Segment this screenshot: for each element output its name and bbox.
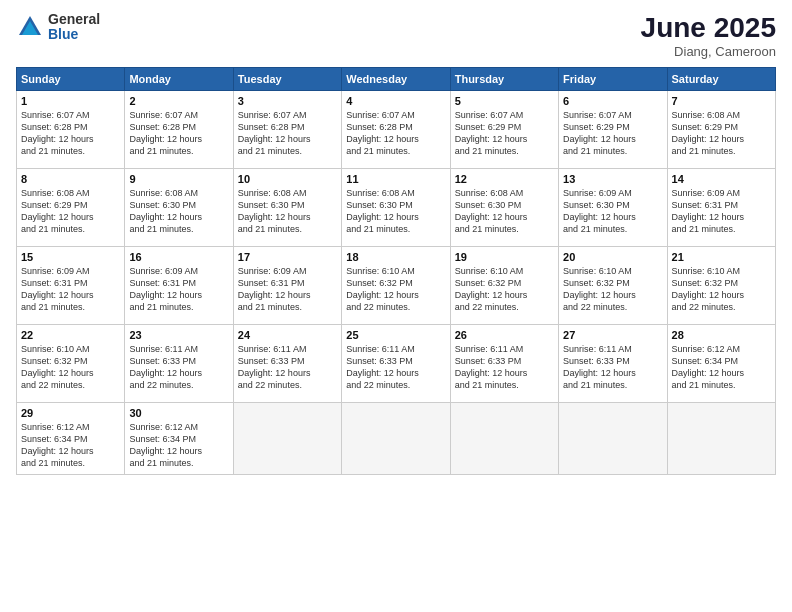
- title-month: June 2025: [641, 12, 776, 44]
- col-header-thursday: Thursday: [450, 68, 558, 91]
- title-block: June 2025 Diang, Cameroon: [641, 12, 776, 59]
- day-cell: 3Sunrise: 6:07 AMSunset: 6:28 PMDaylight…: [233, 91, 341, 169]
- day-cell: 28Sunrise: 6:12 AMSunset: 6:34 PMDayligh…: [667, 325, 775, 403]
- day-cell: 11Sunrise: 6:08 AMSunset: 6:30 PMDayligh…: [342, 169, 450, 247]
- day-info: Sunrise: 6:07 AMSunset: 6:29 PMDaylight:…: [455, 109, 554, 158]
- day-cell: 26Sunrise: 6:11 AMSunset: 6:33 PMDayligh…: [450, 325, 558, 403]
- day-cell: [559, 403, 667, 475]
- day-info: Sunrise: 6:08 AMSunset: 6:29 PMDaylight:…: [672, 109, 771, 158]
- day-info: Sunrise: 6:10 AMSunset: 6:32 PMDaylight:…: [455, 265, 554, 314]
- week-row-5: 29Sunrise: 6:12 AMSunset: 6:34 PMDayligh…: [17, 403, 776, 475]
- day-cell: 6Sunrise: 6:07 AMSunset: 6:29 PMDaylight…: [559, 91, 667, 169]
- column-headers: SundayMondayTuesdayWednesdayThursdayFrid…: [17, 68, 776, 91]
- logo-icon: [16, 13, 44, 41]
- day-cell: 20Sunrise: 6:10 AMSunset: 6:32 PMDayligh…: [559, 247, 667, 325]
- week-row-1: 1Sunrise: 6:07 AMSunset: 6:28 PMDaylight…: [17, 91, 776, 169]
- day-info: Sunrise: 6:08 AMSunset: 6:30 PMDaylight:…: [129, 187, 228, 236]
- day-cell: 18Sunrise: 6:10 AMSunset: 6:32 PMDayligh…: [342, 247, 450, 325]
- day-info: Sunrise: 6:07 AMSunset: 6:28 PMDaylight:…: [238, 109, 337, 158]
- day-number: 13: [563, 173, 662, 185]
- day-number: 22: [21, 329, 120, 341]
- day-number: 6: [563, 95, 662, 107]
- day-number: 10: [238, 173, 337, 185]
- week-row-2: 8Sunrise: 6:08 AMSunset: 6:29 PMDaylight…: [17, 169, 776, 247]
- day-number: 5: [455, 95, 554, 107]
- day-info: Sunrise: 6:10 AMSunset: 6:32 PMDaylight:…: [563, 265, 662, 314]
- day-info: Sunrise: 6:07 AMSunset: 6:28 PMDaylight:…: [129, 109, 228, 158]
- day-cell: 22Sunrise: 6:10 AMSunset: 6:32 PMDayligh…: [17, 325, 125, 403]
- day-number: 18: [346, 251, 445, 263]
- day-cell: 17Sunrise: 6:09 AMSunset: 6:31 PMDayligh…: [233, 247, 341, 325]
- day-info: Sunrise: 6:09 AMSunset: 6:31 PMDaylight:…: [129, 265, 228, 314]
- day-cell: 15Sunrise: 6:09 AMSunset: 6:31 PMDayligh…: [17, 247, 125, 325]
- calendar-table: SundayMondayTuesdayWednesdayThursdayFrid…: [16, 67, 776, 475]
- day-info: Sunrise: 6:11 AMSunset: 6:33 PMDaylight:…: [129, 343, 228, 392]
- day-number: 19: [455, 251, 554, 263]
- col-header-monday: Monday: [125, 68, 233, 91]
- day-number: 15: [21, 251, 120, 263]
- day-info: Sunrise: 6:08 AMSunset: 6:30 PMDaylight:…: [346, 187, 445, 236]
- calendar-page: General Blue June 2025 Diang, Cameroon S…: [0, 0, 792, 612]
- day-number: 4: [346, 95, 445, 107]
- day-cell: 10Sunrise: 6:08 AMSunset: 6:30 PMDayligh…: [233, 169, 341, 247]
- day-info: Sunrise: 6:12 AMSunset: 6:34 PMDaylight:…: [129, 421, 228, 470]
- day-info: Sunrise: 6:10 AMSunset: 6:32 PMDaylight:…: [346, 265, 445, 314]
- day-number: 9: [129, 173, 228, 185]
- day-number: 27: [563, 329, 662, 341]
- day-number: 11: [346, 173, 445, 185]
- col-header-wednesday: Wednesday: [342, 68, 450, 91]
- week-row-4: 22Sunrise: 6:10 AMSunset: 6:32 PMDayligh…: [17, 325, 776, 403]
- day-number: 8: [21, 173, 120, 185]
- day-info: Sunrise: 6:11 AMSunset: 6:33 PMDaylight:…: [455, 343, 554, 392]
- day-cell: 27Sunrise: 6:11 AMSunset: 6:33 PMDayligh…: [559, 325, 667, 403]
- day-info: Sunrise: 6:11 AMSunset: 6:33 PMDaylight:…: [238, 343, 337, 392]
- day-number: 7: [672, 95, 771, 107]
- day-info: Sunrise: 6:11 AMSunset: 6:33 PMDaylight:…: [346, 343, 445, 392]
- day-cell: 25Sunrise: 6:11 AMSunset: 6:33 PMDayligh…: [342, 325, 450, 403]
- day-cell: 1Sunrise: 6:07 AMSunset: 6:28 PMDaylight…: [17, 91, 125, 169]
- day-number: 12: [455, 173, 554, 185]
- day-cell: [233, 403, 341, 475]
- day-info: Sunrise: 6:09 AMSunset: 6:30 PMDaylight:…: [563, 187, 662, 236]
- day-cell: 21Sunrise: 6:10 AMSunset: 6:32 PMDayligh…: [667, 247, 775, 325]
- col-header-sunday: Sunday: [17, 68, 125, 91]
- day-info: Sunrise: 6:07 AMSunset: 6:29 PMDaylight:…: [563, 109, 662, 158]
- day-info: Sunrise: 6:11 AMSunset: 6:33 PMDaylight:…: [563, 343, 662, 392]
- day-cell: [667, 403, 775, 475]
- day-info: Sunrise: 6:09 AMSunset: 6:31 PMDaylight:…: [238, 265, 337, 314]
- day-info: Sunrise: 6:08 AMSunset: 6:30 PMDaylight:…: [455, 187, 554, 236]
- day-number: 24: [238, 329, 337, 341]
- day-cell: 23Sunrise: 6:11 AMSunset: 6:33 PMDayligh…: [125, 325, 233, 403]
- day-info: Sunrise: 6:07 AMSunset: 6:28 PMDaylight:…: [21, 109, 120, 158]
- day-number: 21: [672, 251, 771, 263]
- day-cell: 7Sunrise: 6:08 AMSunset: 6:29 PMDaylight…: [667, 91, 775, 169]
- day-number: 3: [238, 95, 337, 107]
- day-cell: 19Sunrise: 6:10 AMSunset: 6:32 PMDayligh…: [450, 247, 558, 325]
- day-cell: 12Sunrise: 6:08 AMSunset: 6:30 PMDayligh…: [450, 169, 558, 247]
- col-header-saturday: Saturday: [667, 68, 775, 91]
- day-number: 26: [455, 329, 554, 341]
- day-number: 25: [346, 329, 445, 341]
- day-info: Sunrise: 6:08 AMSunset: 6:29 PMDaylight:…: [21, 187, 120, 236]
- day-cell: 29Sunrise: 6:12 AMSunset: 6:34 PMDayligh…: [17, 403, 125, 475]
- logo-blue: Blue: [48, 27, 100, 42]
- day-cell: 30Sunrise: 6:12 AMSunset: 6:34 PMDayligh…: [125, 403, 233, 475]
- day-number: 28: [672, 329, 771, 341]
- day-cell: 9Sunrise: 6:08 AMSunset: 6:30 PMDaylight…: [125, 169, 233, 247]
- day-cell: 5Sunrise: 6:07 AMSunset: 6:29 PMDaylight…: [450, 91, 558, 169]
- day-cell: 8Sunrise: 6:08 AMSunset: 6:29 PMDaylight…: [17, 169, 125, 247]
- day-number: 23: [129, 329, 228, 341]
- day-cell: 2Sunrise: 6:07 AMSunset: 6:28 PMDaylight…: [125, 91, 233, 169]
- col-header-friday: Friday: [559, 68, 667, 91]
- day-number: 16: [129, 251, 228, 263]
- week-row-3: 15Sunrise: 6:09 AMSunset: 6:31 PMDayligh…: [17, 247, 776, 325]
- logo-general: General: [48, 12, 100, 27]
- title-location: Diang, Cameroon: [641, 44, 776, 59]
- day-cell: 4Sunrise: 6:07 AMSunset: 6:28 PMDaylight…: [342, 91, 450, 169]
- day-number: 30: [129, 407, 228, 419]
- day-number: 2: [129, 95, 228, 107]
- day-info: Sunrise: 6:10 AMSunset: 6:32 PMDaylight:…: [21, 343, 120, 392]
- header: General Blue June 2025 Diang, Cameroon: [16, 12, 776, 59]
- day-number: 17: [238, 251, 337, 263]
- day-number: 1: [21, 95, 120, 107]
